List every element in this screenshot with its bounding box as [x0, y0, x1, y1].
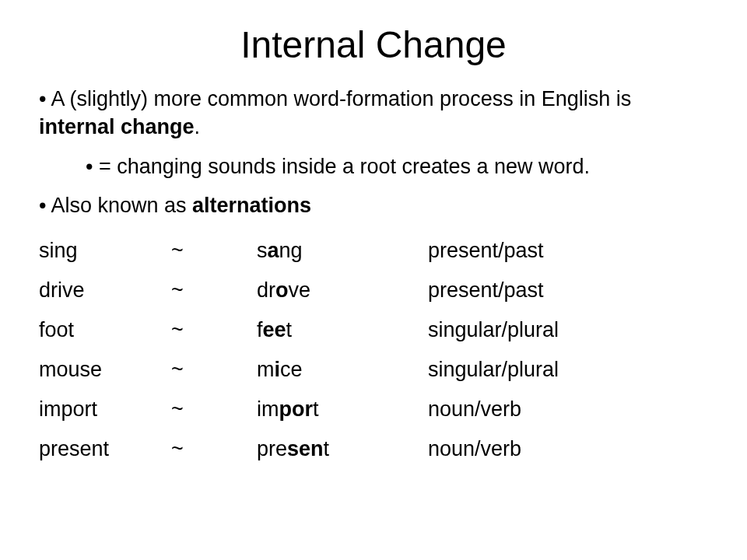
- alt-emph: i: [275, 358, 281, 381]
- bullet-1-post: .: [195, 115, 201, 138]
- slide: Internal Change • A (slightly) more comm…: [0, 0, 747, 560]
- base-form: drive: [39, 271, 171, 310]
- alt-post: ce: [280, 358, 303, 381]
- alt-pre: m: [257, 358, 275, 381]
- table-row: import~importnoun/verb: [39, 390, 559, 429]
- alt-emph: a: [268, 239, 279, 262]
- tilde: ~: [171, 390, 257, 429]
- bullet-1: • A (slightly) more common word-formatio…: [39, 85, 708, 142]
- bullet-1-pre: • A (slightly) more common word-formatio…: [39, 87, 631, 110]
- tilde: ~: [171, 429, 257, 469]
- table-row: present~presentnoun/verb: [39, 429, 559, 469]
- alt-post: t: [324, 437, 330, 460]
- tilde: ~: [171, 310, 257, 350]
- alt-post: t: [286, 318, 293, 341]
- gloss: present/past: [428, 271, 559, 310]
- alt-pre: f: [257, 318, 263, 341]
- alternate-form: import: [257, 390, 428, 429]
- bullet-3-pre: • Also known as: [39, 194, 192, 217]
- alt-pre: s: [257, 239, 268, 262]
- table-row: sing~sangpresent/past: [39, 231, 559, 271]
- tilde: ~: [171, 271, 257, 310]
- bullet-3-bold: alternations: [192, 194, 311, 217]
- alt-post: t: [313, 397, 319, 421]
- base-form: foot: [39, 310, 171, 350]
- alt-post: ve: [289, 278, 311, 302]
- base-form: sing: [39, 231, 171, 271]
- gloss: singular/plural: [428, 310, 559, 350]
- alt-emph: o: [275, 278, 289, 302]
- gloss: present/past: [428, 231, 559, 271]
- base-form: mouse: [39, 350, 171, 390]
- alternate-form: present: [257, 429, 428, 469]
- alternate-form: feet: [257, 310, 428, 350]
- slide-title: Internal Change: [39, 23, 708, 66]
- examples-table: sing~sangpresent/pastdrive~drovepresent/…: [39, 231, 559, 469]
- alt-pre: pre: [257, 437, 287, 460]
- base-form: import: [39, 390, 171, 429]
- tilde: ~: [171, 350, 257, 390]
- alternate-form: sang: [257, 231, 428, 271]
- bullet-3: • Also known as alternations: [39, 191, 708, 219]
- tilde: ~: [171, 231, 257, 271]
- gloss: noun/verb: [428, 390, 559, 429]
- table-row: foot~feetsingular/plural: [39, 310, 559, 350]
- alt-emph: sen: [287, 437, 324, 460]
- alt-post: ng: [279, 239, 303, 262]
- table-row: drive~drovepresent/past: [39, 271, 559, 310]
- alt-pre: im: [257, 397, 279, 421]
- alternate-form: drove: [257, 271, 428, 310]
- bullet-1-bold: internal change: [39, 115, 195, 138]
- bullet-2: • = changing sounds inside a root create…: [86, 152, 708, 180]
- table-row: mouse~micesingular/plural: [39, 350, 559, 390]
- alt-emph: ee: [263, 318, 286, 341]
- alternate-form: mice: [257, 350, 428, 390]
- gloss: noun/verb: [428, 429, 559, 469]
- gloss: singular/plural: [428, 350, 559, 390]
- alt-emph: por: [279, 397, 314, 421]
- alt-pre: dr: [257, 278, 275, 302]
- base-form: present: [39, 429, 171, 469]
